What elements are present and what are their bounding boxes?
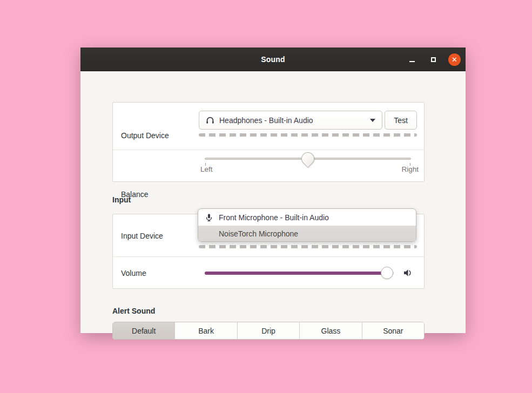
input-device-popup-menu: Front Microphone - Built-in Audio NoiseT… <box>198 208 416 242</box>
close-icon: ✕ <box>452 56 457 63</box>
row-divider <box>113 256 424 257</box>
alert-option-label: Default <box>132 327 156 335</box>
alert-sound-heading: Alert Sound <box>112 307 155 315</box>
alert-sound-sonar-button[interactable]: Sonar <box>362 322 424 339</box>
output-device-dropdown[interactable]: Headphones - Built-in Audio <box>199 111 382 130</box>
menu-item-label: Front Microphone - Built-in Audio <box>219 213 329 222</box>
alert-sound-drip-button[interactable]: Drip <box>238 322 300 339</box>
sound-window: Sound ✕ Output Device Headphone <box>80 48 466 333</box>
output-level-meter <box>199 133 417 137</box>
volume-label: Volume <box>121 269 146 277</box>
balance-right-label: Right <box>401 165 419 173</box>
alert-option-label: Bark <box>198 327 214 335</box>
output-device-value: Headphones - Built-in Audio <box>219 116 365 125</box>
menu-item-noisetorch-microphone[interactable]: NoiseTorch Microphone <box>198 226 416 241</box>
chevron-down-icon <box>370 119 375 122</box>
balance-left-label: Left <box>200 165 213 173</box>
input-device-label: Input Device <box>121 232 163 240</box>
input-section-heading: Input <box>112 195 131 204</box>
alert-sound-bark-button[interactable]: Bark <box>175 322 237 339</box>
alert-sound-default-button[interactable]: Default <box>113 322 175 339</box>
volume-slider-fill <box>205 272 387 275</box>
maximize-button[interactable] <box>427 53 439 65</box>
minimize-button[interactable] <box>406 53 418 65</box>
speaker-icon <box>403 268 413 277</box>
microphone-icon <box>205 213 213 222</box>
menu-item-front-microphone[interactable]: Front Microphone - Built-in Audio <box>198 209 416 226</box>
minimize-icon <box>409 61 415 62</box>
test-button[interactable]: Test <box>385 111 417 130</box>
input-level-meter <box>199 245 417 248</box>
output-device-label: Output Device <box>121 131 169 140</box>
output-section-card: Output Device Headphones - Built-in Audi… <box>112 102 425 182</box>
alert-sound-glass-button[interactable]: Glass <box>300 322 362 339</box>
alert-option-label: Glass <box>321 327 341 335</box>
headphones-icon <box>206 116 214 125</box>
menu-item-label: NoiseTorch Microphone <box>219 229 298 238</box>
row-divider <box>113 150 424 150</box>
volume-slider-handle[interactable] <box>381 267 393 279</box>
titlebar[interactable]: Sound ✕ <box>80 48 466 71</box>
maximize-icon <box>431 57 436 62</box>
volume-slider[interactable] <box>205 272 394 275</box>
window-title: Sound <box>261 55 285 64</box>
close-button[interactable]: ✕ <box>448 53 461 66</box>
balance-slider[interactable] <box>205 158 411 160</box>
alert-sound-button-group: Default Bark Drip Glass Sonar <box>112 322 425 340</box>
window-controls: ✕ <box>406 48 461 71</box>
test-button-label: Test <box>394 116 408 125</box>
balance-slider-labels: Left Right <box>200 165 419 173</box>
alert-option-label: Sonar <box>383 327 403 335</box>
window-content: Output Device Headphones - Built-in Audi… <box>80 71 466 333</box>
alert-option-label: Drip <box>261 327 275 335</box>
